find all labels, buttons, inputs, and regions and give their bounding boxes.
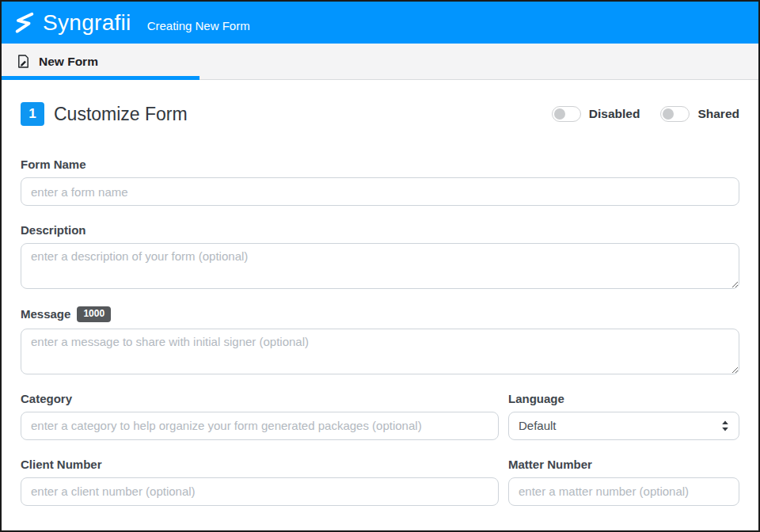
category-input[interactable] [21,412,499,440]
select-arrows-icon [721,420,729,432]
language-label: Language [508,392,739,405]
tab-new-form[interactable]: New Form [2,44,112,79]
toggle-knob [663,108,674,120]
client-matter-row: Client Number Matter Number [21,458,739,523]
form-name-group: Form Name [21,158,739,206]
toggle-knob [554,108,565,120]
app-window: Syngrafii Creating New Form New Form 1 C… [0,0,760,532]
section-header: 1 Customize Form Disabled Shared [21,102,739,126]
language-group: Language Default [508,392,739,440]
form-name-label: Form Name [21,158,739,171]
client-number-group: Client Number [21,458,499,506]
description-textarea[interactable] [21,243,739,289]
description-label: Description [21,223,739,237]
matter-number-input[interactable] [508,477,739,506]
shared-toggle[interactable] [660,106,690,122]
tab-label: New Form [39,55,98,69]
matter-number-group: Matter Number [508,458,739,506]
language-select[interactable]: Default [508,412,739,440]
message-textarea[interactable] [21,329,739,374]
disabled-toggle-group: Disabled [552,106,640,122]
page-title: Creating New Form [147,19,250,32]
language-selected-value: Default [519,419,557,432]
step-number-badge: 1 [21,102,44,126]
form-name-input[interactable] [21,177,739,206]
matter-number-label: Matter Number [508,458,739,471]
tab-bar: New Form [2,44,758,80]
message-label: Message 1000 [21,306,739,322]
client-number-input[interactable] [21,477,499,506]
syngrafii-logo-icon [12,10,37,36]
form-content: 1 Customize Form Disabled Shared Form Na… [2,80,758,530]
brand-name: Syngrafii [43,10,131,36]
form-signature-icon [15,53,32,70]
active-tab-underline [2,76,200,80]
category-label: Category [21,392,499,405]
message-group: Message 1000 [21,306,739,374]
category-language-row: Category Language Default [21,392,739,458]
disabled-toggle-label: Disabled [589,107,640,121]
disabled-toggle[interactable] [552,106,581,122]
message-char-limit-badge: 1000 [77,306,111,322]
shared-toggle-group: Shared [660,106,739,122]
app-header: Syngrafii Creating New Form [2,2,758,44]
shared-toggle-label: Shared [697,107,739,121]
client-number-label: Client Number [21,458,499,471]
description-group: Description [21,223,739,289]
category-group: Category [21,392,499,440]
message-label-text: Message [21,307,70,321]
section-title: Customize Form [54,104,188,125]
